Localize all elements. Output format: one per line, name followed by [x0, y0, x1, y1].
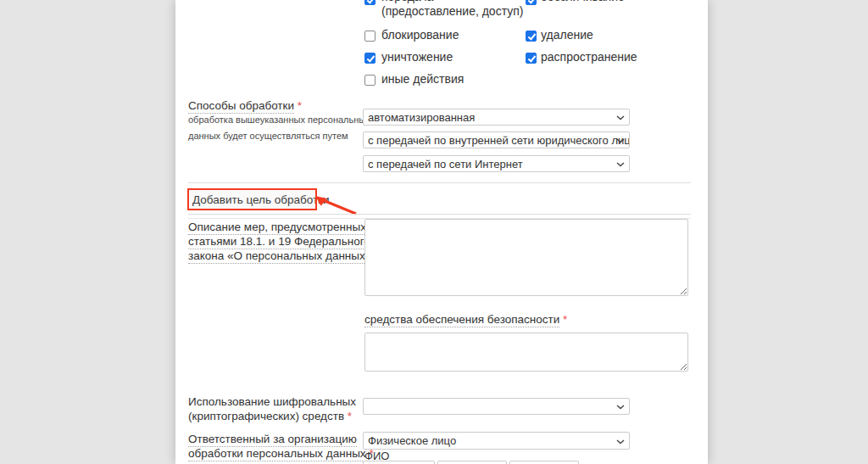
- responsible-type-select-value: Физическое лицо: [368, 434, 456, 447]
- measures-label-line2: статьями 18.1. и 19 Федерального: [188, 235, 370, 249]
- checkbox-label-peredacha[interactable]: передача (предоставление, доступ): [381, 0, 530, 19]
- processing-method-select-1[interactable]: автоматизированная: [363, 109, 630, 126]
- processing-method-select-2[interactable]: с передачей по внутренней сети юридическ…: [363, 131, 630, 148]
- page: передача (предоставление, доступ) обезли…: [0, 0, 868, 464]
- required-mark: *: [298, 99, 302, 112]
- checkbox-unichtozhenie[interactable]: [364, 53, 376, 64]
- crypto-label-line2: (криптографических) средств: [188, 410, 344, 422]
- chevron-down-icon: [616, 138, 625, 143]
- measures-label-line3: закона «О персональных данных»: [188, 249, 371, 264]
- processing-method-select-3[interactable]: с передачей по сети Интернет: [363, 155, 630, 172]
- checkbox-udalenie[interactable]: [526, 31, 537, 42]
- security-means-textarea[interactable]: [364, 333, 688, 372]
- responsible-label-line2: обработки персональных данных: [188, 447, 366, 461]
- processing-method-select-3-value: с передачей по сети Интернет: [368, 158, 523, 171]
- responsible-label-line1: Ответственный за организацию: [188, 433, 357, 447]
- chevron-down-icon: [616, 162, 625, 167]
- processing-method-select-1-value: автоматизированная: [368, 111, 475, 124]
- divider: [188, 182, 691, 183]
- crypto-label: Использование шифровальных (криптографич…: [188, 394, 356, 423]
- divider: [188, 214, 691, 215]
- checkbox-rasprostranenie[interactable]: [526, 53, 537, 64]
- annotation-box: [187, 188, 317, 210]
- processing-method-select-2-value: с передачей по внутренней сети юридическ…: [368, 134, 630, 147]
- checkbox-label-unichtozhenie[interactable]: уничтожение: [381, 50, 453, 64]
- checkbox-label-blokirovanie[interactable]: блокирование: [381, 28, 459, 42]
- processing-methods-label: Способы обработки *: [188, 98, 302, 113]
- fio-input-1[interactable]: [363, 461, 435, 464]
- checkbox-label-obezlichivanie[interactable]: обезличивание: [541, 0, 625, 4]
- chevron-down-icon: [616, 439, 625, 444]
- checkbox-label-inye-dejstviya[interactable]: иные действия: [381, 72, 464, 87]
- checkbox-obezlichivanie[interactable]: [526, 0, 537, 5]
- chevron-down-icon: [616, 115, 625, 120]
- fio-input-3[interactable]: [509, 461, 579, 464]
- processing-methods-description-line2: данных будет осуществляться путем: [188, 128, 370, 144]
- fio-input-2[interactable]: [437, 461, 507, 464]
- checkbox-label-rasprostranenie[interactable]: распространение: [541, 50, 637, 64]
- responsible-type-select[interactable]: Физическое лицо: [363, 432, 630, 450]
- security-means-label: средства обеспечения безопасности *: [364, 312, 567, 327]
- measures-textarea[interactable]: [364, 219, 688, 296]
- processing-methods-description-line1: обработка вышеуказанных персональных: [188, 112, 370, 128]
- processing-methods-description: обработка вышеуказанных персональных дан…: [188, 112, 370, 144]
- checkbox-label-udalenie[interactable]: удаление: [541, 28, 593, 42]
- measures-label: Описание мер, предусмотренных статьями 1…: [188, 220, 379, 263]
- checkbox-blokirovanie[interactable]: [364, 31, 376, 42]
- required-mark: *: [563, 313, 567, 326]
- crypto-select[interactable]: [363, 398, 630, 415]
- responsible-label: Ответственный за организацию обработки п…: [188, 432, 374, 461]
- checkbox-peredacha[interactable]: [364, 0, 376, 5]
- security-means-label-text: средства обеспечения безопасности: [364, 313, 559, 327]
- required-mark: *: [348, 410, 352, 422]
- chevron-down-icon: [616, 405, 625, 410]
- checkbox-inye-dejstviya[interactable]: [364, 75, 376, 86]
- crypto-label-line1: Использование шифровальных: [188, 394, 356, 409]
- measures-label-line1: Описание мер, предусмотренных: [188, 221, 366, 235]
